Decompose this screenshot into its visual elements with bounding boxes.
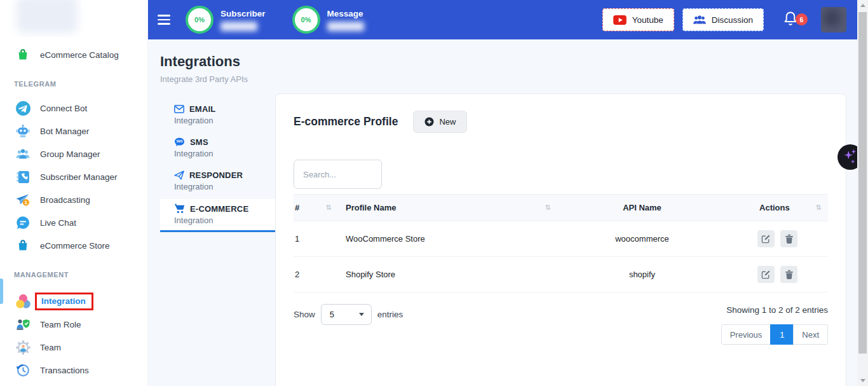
search-input[interactable] bbox=[294, 160, 382, 189]
column-header-actions: Actions bbox=[759, 203, 790, 212]
pagination-previous[interactable]: Previous bbox=[721, 324, 771, 345]
sms-bubble-icon: SMS bbox=[174, 137, 185, 147]
sidebar-item-label: Subscriber Manager bbox=[40, 172, 118, 182]
cart-icon bbox=[174, 203, 185, 214]
delete-button[interactable] bbox=[780, 230, 797, 247]
sort-icon[interactable]: ⇅ bbox=[326, 203, 332, 212]
avatar-blurred bbox=[821, 7, 846, 32]
panel-heading: E-commerce Profile bbox=[294, 115, 398, 128]
subnav-item-responder[interactable]: RESPONDER Integration bbox=[160, 166, 275, 196]
ecommerce-profile-card: E-commerce Profile New #⇅ Profile Name⇅ … bbox=[275, 93, 846, 386]
sidebar-item-connect-bot[interactable]: Connect Bot bbox=[0, 97, 147, 120]
subnav-item-title: E-COMMERCE bbox=[190, 204, 248, 214]
sidebar-item-live-chat[interactable]: Live Chat bbox=[0, 211, 147, 234]
subnav-item-subtitle: Integration bbox=[174, 116, 275, 125]
youtube-icon bbox=[613, 15, 627, 25]
sidebar: eCommerce Catalog TELEGRAM Connect Bot B… bbox=[0, 0, 148, 386]
row-number: 1 bbox=[294, 221, 338, 257]
users-group-icon bbox=[693, 15, 706, 25]
edit-button[interactable] bbox=[757, 230, 775, 247]
telegram-icon bbox=[14, 100, 32, 116]
sort-icon[interactable]: ⇅ bbox=[545, 203, 551, 212]
pagination-page-1[interactable]: 1 bbox=[770, 324, 794, 345]
youtube-button-label: Youtube bbox=[632, 15, 663, 25]
scroll-down-arrow[interactable] bbox=[857, 375, 868, 386]
subnav-item-subtitle: Integration bbox=[174, 182, 275, 191]
pagination-next[interactable]: Next bbox=[793, 324, 828, 345]
sidebar-item-team[interactable]: Team bbox=[0, 336, 147, 359]
page-title: Integrations bbox=[160, 53, 868, 70]
integration-subnav: EMAIL Integration SMS SMS Integration bbox=[160, 93, 275, 235]
envelope-icon bbox=[174, 105, 184, 113]
integration-circles-icon bbox=[14, 293, 32, 310]
showing-entries-text: Showing 1 to 2 of 2 entries bbox=[721, 305, 828, 315]
edit-pencil-icon bbox=[761, 234, 771, 244]
table-row: 2 Shopify Store shopify bbox=[294, 257, 828, 293]
main-content: Integrations Integrate 3rd Party APIs EM… bbox=[148, 39, 868, 386]
sidebar-item-label: Team Role bbox=[40, 320, 81, 329]
sidebar-item-group-manager[interactable]: Group Manager bbox=[0, 142, 147, 165]
sidebar-item-subscriber-manager[interactable]: Subscriber Manager bbox=[0, 165, 147, 188]
sidebar-item-bot-manager[interactable]: Bot Manager bbox=[0, 120, 147, 142]
svg-text:1: 1 bbox=[24, 200, 27, 205]
browser-scrollbar[interactable] bbox=[857, 0, 868, 386]
scrollbar-thumb[interactable] bbox=[858, 12, 867, 354]
broadcast-plane-icon: 1 bbox=[14, 191, 32, 208]
profiles-table: #⇅ Profile Name⇅ API Name Actions⇅ 1 Woo… bbox=[294, 194, 828, 293]
youtube-button[interactable]: Youtube bbox=[602, 8, 674, 31]
sidebar-section-management: MANAGEMENT bbox=[14, 267, 147, 282]
page-size-select[interactable]: 5 bbox=[321, 304, 372, 325]
discussion-button[interactable]: Discussion bbox=[682, 8, 764, 31]
page-subtitle: Integrate 3rd Party APIs bbox=[160, 74, 868, 84]
sidebar-item-label: Broadcasting bbox=[40, 195, 90, 205]
menu-toggle-icon[interactable] bbox=[158, 12, 172, 27]
scroll-up-arrow[interactable] bbox=[857, 0, 868, 11]
history-clock-icon bbox=[14, 362, 32, 378]
subnav-item-email[interactable]: EMAIL Integration bbox=[160, 100, 275, 130]
message-percent: 0% bbox=[301, 16, 311, 24]
message-value-blurred bbox=[327, 22, 364, 31]
sidebar-item-transactions[interactable]: Transactions bbox=[0, 359, 147, 382]
paper-plane-icon bbox=[174, 170, 184, 180]
discussion-button-label: Discussion bbox=[712, 15, 753, 25]
sidebar-item-ecommerce-store[interactable]: eCommerce Store bbox=[0, 234, 147, 257]
app-logo[interactable] bbox=[0, 0, 147, 37]
edit-pencil-icon bbox=[761, 270, 771, 279]
chevron-down-icon bbox=[359, 313, 364, 316]
sidebar-item-label: Connect Bot bbox=[40, 104, 87, 113]
new-profile-button[interactable]: New bbox=[413, 111, 467, 133]
table-header-row: #⇅ Profile Name⇅ API Name Actions⇅ bbox=[294, 195, 828, 221]
profile-name-cell: Shopify Store bbox=[338, 257, 557, 293]
sidebar-item-integration[interactable]: Integration bbox=[0, 290, 147, 313]
sidebar-item-label: Bot Manager bbox=[40, 127, 89, 136]
user-avatar[interactable] bbox=[821, 7, 846, 32]
subnav-item-sms[interactable]: SMS SMS Integration bbox=[160, 133, 275, 163]
sidebar-item-broadcasting[interactable]: 1 Broadcasting bbox=[0, 188, 147, 211]
subnav-item-ecommerce[interactable]: E-COMMERCE Integration bbox=[160, 199, 275, 232]
subnav-item-subtitle: Integration bbox=[174, 216, 275, 225]
entries-label: entries bbox=[377, 310, 403, 319]
contact-book-phone-icon bbox=[14, 169, 32, 185]
delete-button[interactable] bbox=[780, 266, 797, 283]
subscriber-value-blurred bbox=[220, 22, 257, 31]
active-item-indicator bbox=[0, 279, 3, 304]
robot-icon bbox=[14, 123, 32, 139]
subscriber-stat: 0% Subscriber bbox=[186, 6, 266, 34]
gear-person-icon bbox=[14, 339, 32, 355]
sidebar-item-team-role[interactable]: Team Role bbox=[0, 313, 147, 336]
notifications-button[interactable]: 6 bbox=[783, 10, 802, 29]
trash-icon bbox=[785, 234, 794, 244]
profile-name-cell: WooCommerce Store bbox=[338, 221, 557, 257]
shopping-bag-green-icon bbox=[14, 46, 32, 63]
message-stat: 0% Message bbox=[292, 6, 364, 34]
table-row: 1 WooCommerce Store woocommerce bbox=[294, 221, 828, 257]
column-header-profile-name: Profile Name bbox=[346, 203, 396, 212]
subnav-item-title: EMAIL bbox=[189, 104, 215, 114]
new-button-label: New bbox=[439, 117, 456, 127]
subnav-item-title: SMS bbox=[190, 137, 208, 147]
column-header-api-name: API Name bbox=[623, 203, 661, 212]
sort-icon[interactable]: ⇅ bbox=[816, 203, 822, 212]
chat-bubble-icon bbox=[14, 214, 32, 231]
edit-button[interactable] bbox=[757, 266, 775, 283]
sidebar-item-ecommerce-catalog[interactable]: eCommerce Catalog bbox=[0, 43, 147, 66]
